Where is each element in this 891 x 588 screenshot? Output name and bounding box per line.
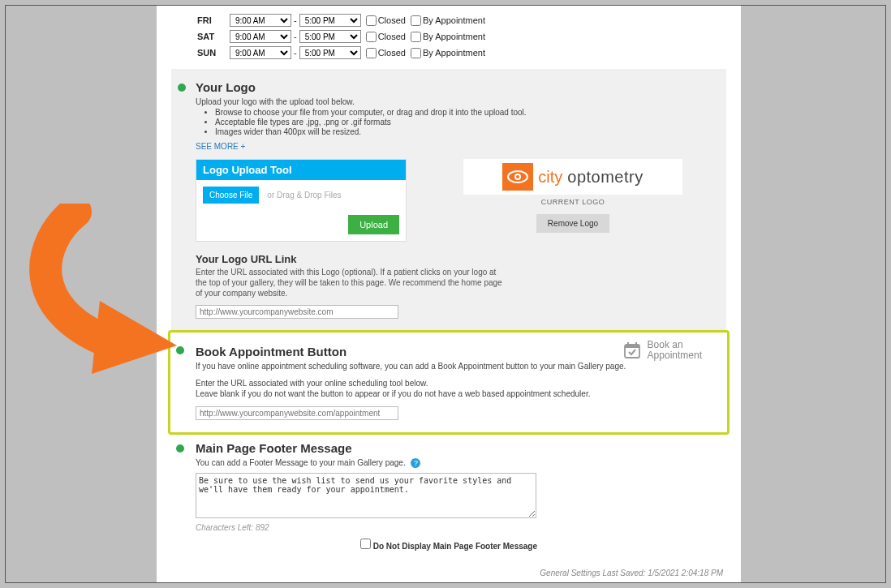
logo-bullet: Acceptable file types are .jpg, .png or … [215,118,708,127]
hours-row-sun: SUN 9:00 AM - 5:00 PM Closed By Appointm… [197,46,741,59]
logo-bullet: Images wider than 400px will be resized. [215,127,708,136]
help-icon[interactable]: ? [411,458,420,468]
footer-title: Main Page Footer Message [196,441,708,455]
hours-row-fri: FRI 9:00 AM - 5:00 PM Closed By Appointm… [197,14,741,27]
book-url-input[interactable] [196,406,398,420]
your-logo-section: Your Logo Upload your logo with the uplo… [171,69,726,330]
by-appointment-checkbox[interactable] [411,48,421,58]
logo-brand-text: optometry [567,168,643,187]
content-page: FRI 9:00 AM - 5:00 PM Closed By Appointm… [157,6,741,582]
book-preview: Book an Appointment [623,340,702,361]
upload-tool-header: Logo Upload Tool [196,160,406,180]
book-appointment-wrapper: Book an Appointment Book Appointment But… [171,333,726,431]
open-time-select[interactable]: 9:00 AM [230,46,291,59]
hours-row-sat: SAT 9:00 AM - 5:00 PM Closed By Appointm… [197,30,741,43]
closed-checkbox[interactable] [366,48,377,58]
close-time-select[interactable]: 5:00 PM [299,14,361,27]
logo-url-help: Enter the URL associated with this Logo … [196,267,504,298]
upload-tool-body: Choose File or Drag & Drop Files [196,180,406,210]
chars-left-label: Characters Left: 892 [196,523,708,532]
svg-rect-4 [625,345,639,348]
eye-logo-icon [502,163,533,191]
book-preview-text: Book an Appointment [648,340,702,361]
upload-button[interactable]: Upload [348,215,399,234]
footer-help-text: You can add a Footer Message to your mai… [196,458,708,468]
see-more-link[interactable]: SEE MORE + [196,142,245,151]
dont-display-row: Do Not Display Main Page Footer Message [189,539,708,551]
book-line1: If you have online appointment schedulin… [196,362,708,371]
open-time-select[interactable]: 9:00 AM [230,30,291,43]
day-label: SAT [197,32,230,41]
close-time-select[interactable]: 5:00 PM [299,30,361,43]
svg-point-2 [516,175,519,178]
svg-rect-5 [627,342,629,346]
current-logo-image: city optometry [463,159,682,195]
footer-message-section: Main Page Footer Message You can add a F… [171,435,726,562]
footer-message-textarea[interactable]: Be sure to use the wish list to send us … [196,473,536,518]
status-dot-icon [176,346,184,354]
app-frame: FRI 9:00 AM - 5:00 PM Closed By Appointm… [5,5,886,583]
day-label: FRI [197,15,230,25]
book-line2: Enter the URL associated with your onlin… [196,379,708,388]
logo-brand-text: city [538,168,562,187]
logo-bullets: Browse to choose your file from your com… [215,108,708,136]
calendar-check-icon [623,341,641,359]
choose-file-button[interactable]: Choose File [203,187,259,204]
current-logo-panel: city optometry CURRENT LOGO Remove Logo [447,159,699,242]
by-appointment-checkbox[interactable] [411,32,421,42]
dont-display-checkbox[interactable] [360,539,371,549]
current-logo-label: CURRENT LOGO [447,198,699,206]
close-time-select[interactable]: 5:00 PM [299,46,361,59]
logo-intro-text: Upload your logo with the upload tool be… [196,97,708,106]
remove-logo-button[interactable]: Remove Logo [536,214,609,233]
svg-rect-6 [635,342,637,346]
open-time-select[interactable]: 9:00 AM [230,14,291,27]
by-appointment-checkbox[interactable] [411,15,421,26]
logo-url-title: Your Logo URL Link [196,253,708,265]
dont-display-label: Do Not Display Main Page Footer Message [373,542,537,551]
logo-upload-tool: Logo Upload Tool Choose File or Drag & D… [196,159,407,242]
drag-drop-text: or Drag & Drop Files [267,191,341,200]
closed-checkbox[interactable] [366,15,377,26]
upload-row: Logo Upload Tool Choose File or Drag & D… [196,159,708,242]
logo-url-input[interactable] [196,305,398,319]
last-saved-label: General Settings Last Saved: 1/5/2021 2:… [157,569,723,577]
closed-checkbox[interactable] [366,32,377,42]
day-label: SUN [197,48,230,58]
book-line3: Leave blank if you do not want the butto… [196,389,708,398]
your-logo-title: Your Logo [196,80,708,94]
logo-bullet: Browse to choose your file from your com… [215,108,708,117]
status-dot-icon [176,444,184,453]
status-dot-icon [178,84,186,92]
